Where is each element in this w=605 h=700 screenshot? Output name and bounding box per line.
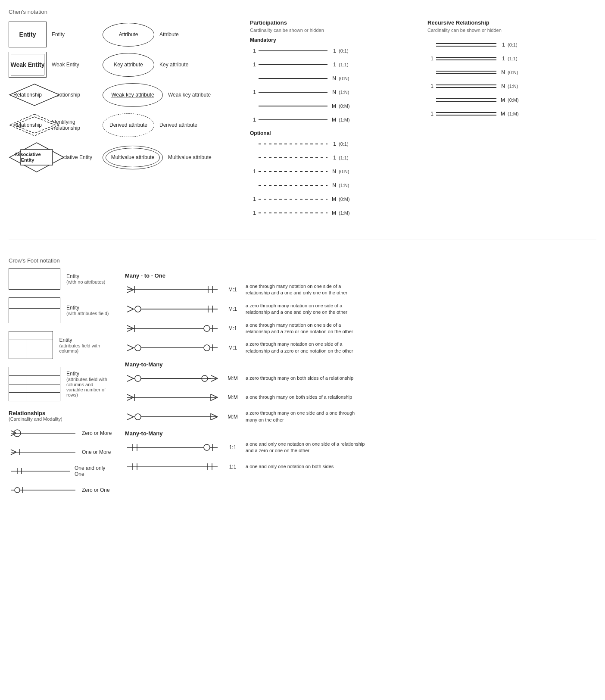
svg-line-61 [211, 397, 218, 400]
part-row-5: 1 M (1:M) [250, 114, 419, 126]
one-only-row: One and only One [9, 465, 112, 478]
opt-row-3: N (1:N) [250, 179, 419, 191]
svg-line-69 [211, 417, 218, 420]
weak-entity-box: Weak Entity [9, 52, 47, 78]
assoc-label: AssociativeEntity [14, 152, 41, 163]
zero-or-one-row: Zero or One [9, 484, 112, 497]
multivalue-attr-ellipse: Multivalue attribute [103, 146, 163, 169]
opt-row-2: 1 N (0:N) [250, 166, 419, 178]
svg-line-28 [127, 309, 134, 312]
m1-desc-0: a one through many notation on one side … [246, 283, 366, 297]
attribute-desc: Attribute [159, 31, 203, 38]
cf-entity-rows-sublabel: (attributes field with columns and varia… [66, 377, 109, 397]
cf-row-1 [9, 376, 60, 384]
one-only-svg [9, 466, 70, 476]
rec-row-4: M (0:M) [427, 94, 596, 106]
zero-or-one-svg [9, 485, 78, 495]
svg-point-44 [204, 345, 210, 351]
mandatory-title: Mandatory [250, 37, 419, 43]
svg-point-37 [204, 325, 210, 331]
derived-attr-ellipse: Derived attribute [103, 113, 154, 137]
attribute-label: Attribute [119, 31, 138, 38]
key-attr-desc: Key attribute [159, 62, 203, 68]
cf-row1-col1 [9, 376, 26, 384]
mm-desc-2: a zero through many on one side and a on… [246, 410, 366, 423]
svg-line-68 [211, 414, 218, 417]
weak-key-attr-desc: Weak key attribute [168, 92, 211, 98]
part-row-4: M (0:M) [250, 100, 419, 112]
derived-attr-desc: Derived attribute [159, 122, 203, 128]
rec-row-0: 1 (0:1) [427, 39, 596, 51]
m1-svg-2 [125, 322, 220, 335]
part-line-dashed-3 [259, 185, 327, 186]
svg-point-73 [204, 444, 210, 450]
cf-entity-simple [9, 268, 60, 290]
divider [9, 240, 596, 240]
svg-line-60 [211, 394, 218, 397]
part-line-solid-3 [259, 92, 327, 93]
assoc-entity: AssociativeEntity [9, 142, 47, 173]
svg-point-29 [135, 306, 141, 312]
mm-svg-0 [125, 372, 220, 385]
cf-attrs-header [9, 298, 60, 309]
entity-box: Entity [9, 22, 47, 47]
part-line-dashed-0 [259, 144, 327, 144]
identifying-label: Relationship [13, 122, 42, 128]
chen-title: Chen's notation [9, 9, 596, 15]
mm-row-2: M:M a zero through many on one side and … [125, 410, 596, 423]
zero-or-more-svg [9, 428, 78, 438]
mm-row-0: M:M a zero through many on both sides of… [125, 372, 596, 385]
svg-point-65 [135, 414, 141, 420]
rec-row-5: 1 M (1:M) [427, 108, 596, 120]
svg-line-57 [127, 397, 134, 400]
cf-entity-rows [9, 367, 60, 401]
zero-or-one-label: Zero or One [82, 487, 110, 493]
part-line-dashed-4 [259, 199, 327, 200]
cf-entity-rows-label: Entity [66, 371, 109, 377]
cf-rows-body [9, 376, 60, 401]
mm-svg-2 [125, 410, 220, 423]
cf-entity-attrs [9, 297, 60, 323]
part-line-dashed-2 [259, 171, 327, 172]
svg-line-54 [211, 378, 218, 381]
rec-row-3: 1 N (1:N) [427, 80, 596, 92]
m1-desc-3: a zero through many notation on one side… [246, 341, 366, 354]
svg-line-22 [127, 290, 134, 293]
many-to-many-title: Many-to-Many [125, 361, 596, 368]
opt-row-5: 1 M (1:M) [250, 207, 419, 219]
opt-row-4: 1 M (0:M) [250, 193, 419, 205]
cf-entity-rows-item: Entity (attributes field with columns an… [9, 367, 112, 401]
recursive-subtitle: Cardinality can be shown or hidden [427, 28, 596, 33]
m1-row-3: M:1 a zero through many notation on one … [125, 341, 596, 354]
derived-attr-label: Derived attribute [109, 122, 147, 128]
cf-entity-attrs-item: Entity (with attributes field) [9, 297, 112, 323]
svg-point-49 [135, 375, 141, 381]
svg-line-13 [11, 452, 16, 455]
opt-row-1: 1 (1:1) [250, 152, 419, 164]
svg-line-41 [127, 348, 134, 351]
many-to-one-title: Many - to - One [125, 272, 596, 279]
part-row-1: 1 1 (1:1) [250, 59, 419, 71]
part-line-dashed-5 [259, 212, 327, 213]
cf-row-2 [9, 384, 60, 393]
identifying-diamond: Relationship [9, 113, 47, 137]
part-row-3: 1 N (1:N) [250, 86, 419, 98]
opt-row-0: 1 (0:1) [250, 138, 419, 150]
key-attr-label: Key attribute [114, 62, 143, 68]
svg-point-42 [135, 345, 141, 351]
entity-label: Entity [19, 31, 36, 38]
cf-cols-body [9, 340, 53, 359]
svg-line-47 [127, 375, 134, 378]
part-line-solid-4 [259, 106, 327, 106]
svg-line-64 [127, 417, 134, 420]
svg-line-56 [127, 394, 134, 397]
m1-desc-2: a one through many notation on one side … [246, 322, 366, 335]
zero-or-more-label: Zero or More [82, 430, 112, 436]
m1-row-1: M:1 a zero through many notation on one … [125, 303, 596, 316]
one-or-more-svg [9, 447, 78, 457]
m1-row-2: M:1 a one through many notation on one s… [125, 322, 596, 335]
weak-key-attr-label: Weak key attribute [111, 92, 154, 98]
11-desc-0: a one and only one notation on one side … [246, 441, 366, 454]
part-row-2: N (0:N) [250, 72, 419, 84]
attribute-ellipse: Attribute [103, 23, 154, 47]
